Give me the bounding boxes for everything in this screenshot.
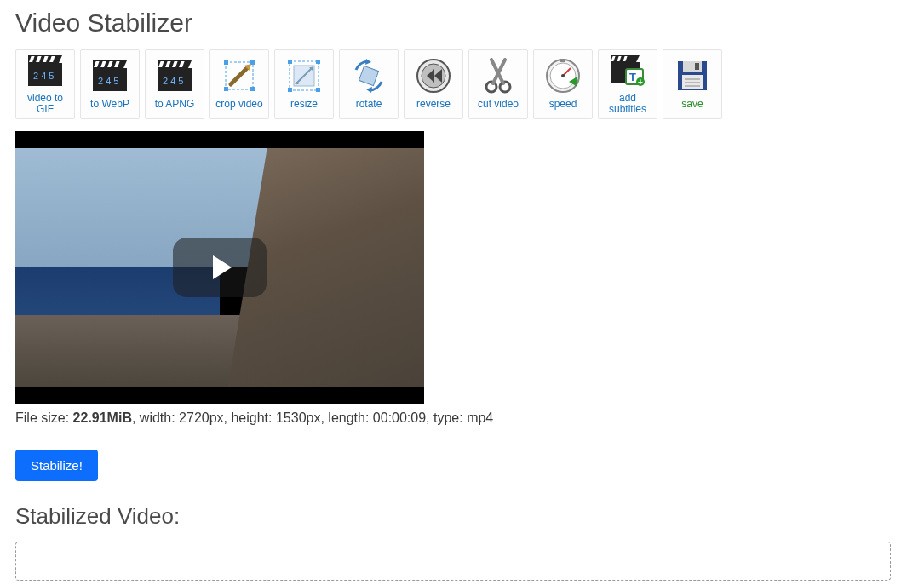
tool-label: resize [290, 99, 318, 110]
file-size-value: 22.91MiB [73, 410, 132, 425]
svg-text:2 4 5: 2 4 5 [163, 76, 183, 86]
file-info: File size: 22.91MiB, width: 2720px, heig… [15, 410, 909, 426]
tool-label: crop video [215, 99, 262, 110]
output-section-title: Stabilized Video: [15, 503, 909, 530]
save-icon [674, 58, 710, 94]
svg-rect-22 [224, 60, 228, 65]
stabilize-button[interactable]: Stabilize! [15, 450, 98, 481]
video-preview [15, 131, 424, 404]
tool-to-apng[interactable]: 2 4 5 to APNG [145, 49, 204, 119]
svg-rect-27 [288, 60, 292, 64]
tool-reverse[interactable]: reverse [404, 49, 463, 119]
resize-icon [286, 58, 322, 94]
play-icon [213, 255, 232, 279]
tool-save[interactable]: save [663, 49, 722, 119]
tool-label: speed [549, 99, 577, 110]
svg-text:+: + [638, 77, 643, 86]
tool-resize[interactable]: resize [274, 49, 334, 119]
svg-rect-30 [316, 88, 320, 92]
reverse-icon [416, 58, 451, 94]
output-dropzone[interactable] [15, 542, 891, 581]
tool-video-to-gif[interactable]: 2 4 5 video to GIF [15, 49, 75, 119]
svg-marker-35 [365, 59, 371, 65]
play-button[interactable] [173, 238, 267, 297]
file-type: , type: mp4 [426, 410, 493, 425]
tool-label: cut video [478, 99, 519, 110]
tool-label: add subtitles [600, 93, 655, 115]
svg-rect-29 [288, 88, 292, 92]
file-length: , length: 00:00:09 [320, 410, 426, 425]
clapper-icon: 2 4 5 [157, 58, 192, 94]
tool-add-subtitles[interactable]: T + add subtitles [598, 49, 657, 119]
svg-marker-36 [366, 87, 372, 93]
tool-label: reverse [416, 99, 451, 110]
tool-crop-video[interactable]: crop video [209, 49, 269, 119]
svg-rect-34 [359, 66, 378, 86]
svg-rect-24 [224, 87, 228, 91]
file-height: , height: 1530px [224, 410, 321, 425]
scissors-icon [480, 58, 516, 94]
clapper-icon: 2 4 5 [27, 54, 63, 88]
clapper-icon: 2 4 5 [92, 58, 128, 94]
svg-point-46 [561, 74, 565, 77]
tool-cut-video[interactable]: cut video [468, 49, 528, 119]
svg-rect-28 [316, 60, 320, 64]
svg-text:2 4 5: 2 4 5 [98, 76, 118, 86]
speed-icon [545, 58, 581, 94]
tool-label: rotate [356, 99, 382, 110]
file-size-label: File size: [15, 410, 73, 425]
tool-label: to WebP [90, 99, 129, 110]
tool-label: video to GIF [18, 93, 72, 115]
tool-label: save [681, 99, 703, 110]
tool-to-webp[interactable]: 2 4 5 to WebP [80, 49, 140, 119]
page-title: Video Stabilizer [15, 9, 909, 37]
toolbar: 2 4 5 video to GIF 2 4 5 to WebP [15, 49, 909, 119]
tool-speed[interactable]: speed [533, 49, 593, 119]
svg-text:T: T [629, 71, 636, 83]
file-width: , width: 2720px [132, 410, 224, 425]
svg-rect-47 [560, 59, 565, 62]
subtitles-icon: T + [610, 54, 646, 88]
svg-rect-60 [695, 63, 699, 70]
crop-icon [221, 58, 257, 94]
svg-rect-61 [682, 75, 703, 89]
rotate-icon [351, 58, 387, 94]
tool-label: to APNG [155, 99, 195, 110]
svg-text:2 4 5: 2 4 5 [33, 71, 54, 81]
svg-rect-25 [250, 87, 255, 91]
tool-rotate[interactable]: rotate [339, 49, 399, 119]
